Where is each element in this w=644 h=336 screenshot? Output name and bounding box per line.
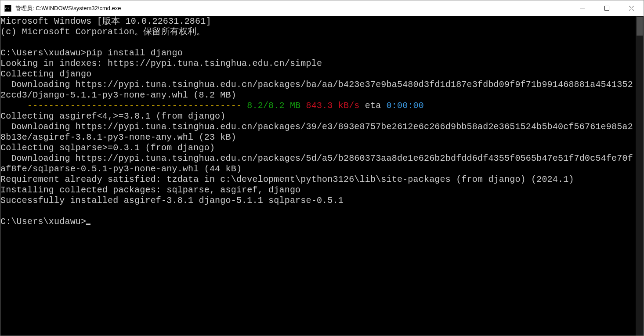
progress-bar: ---------------------------------------- [27,101,247,111]
progress-eta: 0:00:00 [387,101,424,111]
banner-line: Microsoft Windows [版本 10.0.22631.2861] [0,16,211,26]
output-line: Collecting sqlparse>=0.3.1 (from django) [0,143,215,153]
terminal-wrap: Microsoft Windows [版本 10.0.22631.2861] (… [0,16,644,336]
cmd-icon: C:\ [4,4,12,12]
svg-text:C:\: C:\ [5,7,9,10]
cursor [86,224,90,225]
output-line: Installing collected packages: sqlparse,… [0,185,300,195]
output-line: Looking in indexes: https://pypi.tuna.ts… [0,58,322,69]
cmd-window: C:\ 管理员: C:\WINDOWS\system32\cmd.exe Mic… [0,0,644,336]
prompt-path: C:\Users\xudawu> [0,217,86,227]
banner-line: (c) Microsoft Corporation。保留所有权利。 [0,27,206,37]
maximize-button[interactable] [594,0,619,16]
blank-line [0,37,636,48]
output-line: Collecting asgiref<4,>=3.8.1 (from djang… [0,111,225,121]
blank-line [0,206,636,217]
output-line: Downloading https://pypi.tuna.tsinghua.e… [0,79,633,100]
output-line: Collecting django [0,69,91,79]
scrollbar[interactable] [636,16,644,336]
minimize-button[interactable] [570,0,594,16]
output-line: Downloading https://pypi.tuna.tsinghua.e… [0,153,633,174]
scrollbar-thumb[interactable] [637,17,643,36]
close-button[interactable] [619,0,644,16]
titlebar[interactable]: C:\ 管理员: C:\WINDOWS\system32\cmd.exe [0,0,644,16]
output-line: Downloading https://pypi.tuna.tsinghua.e… [0,122,633,142]
progress-speed: 843.3 kB/s [300,101,359,111]
progress-eta-label: eta [360,101,387,111]
svg-rect-4 [604,6,609,11]
prompt-command: pip install django [86,48,183,58]
output-line: Successfully installed asgiref-3.8.1 dja… [0,195,344,206]
window-title: 管理员: C:\WINDOWS\system32\cmd.exe [15,4,570,12]
terminal[interactable]: Microsoft Windows [版本 10.0.22631.2861] (… [0,16,636,336]
output-line: Requirement already satisfied: tzdata in… [0,174,574,184]
progress-size: 8.2/8.2 MB [247,101,300,111]
window-controls [570,0,644,16]
prompt-path: C:\Users\xudawu> [0,48,86,58]
progress-indent [0,101,27,111]
